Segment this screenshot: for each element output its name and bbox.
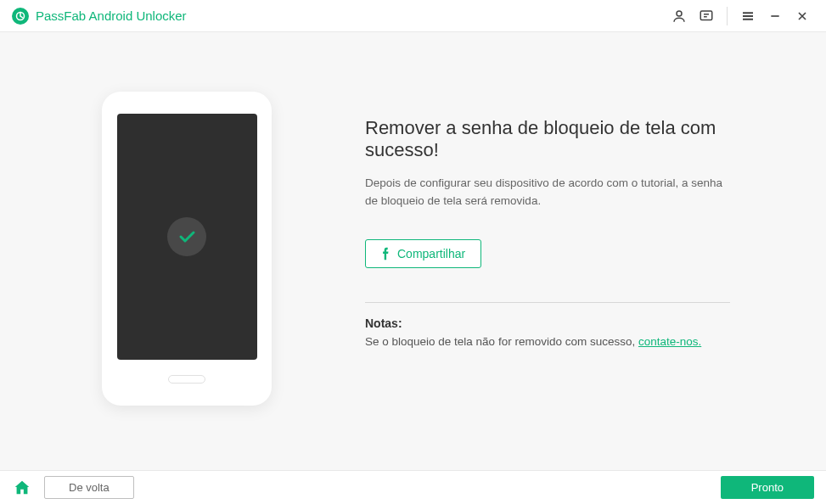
footer: De volta Pronto [0,470,826,504]
svg-rect-2 [700,11,712,20]
phone-home-button [168,375,205,384]
facebook-icon [381,247,389,260]
titlebar: PassFab Android Unlocker [0,0,826,32]
phone-illustration [102,92,272,406]
brand: PassFab Android Unlocker [12,8,187,25]
page-title: Remover a senha de bloqueio de tela com … [365,117,730,161]
notes-label: Notas: [365,316,730,330]
menu-icon[interactable] [736,4,760,28]
feedback-icon[interactable] [694,4,718,28]
contact-link[interactable]: contate-nos. [638,335,701,348]
home-icon[interactable] [12,478,32,498]
phone-screen [117,114,257,360]
notes-text: Se o bloqueio de tela não for removido c… [365,335,730,348]
separator [727,7,728,25]
close-icon[interactable] [790,4,814,28]
main-content: Remover a senha de bloqueio de tela com … [0,32,826,470]
done-button[interactable]: Pronto [721,476,814,499]
brand-logo-icon [12,8,29,25]
description-text: Depois de configurar seu dispositivo de … [365,175,730,210]
titlebar-controls [667,4,814,28]
notes-body: Se o bloqueio de tela não for removido c… [365,335,638,348]
minimize-icon[interactable] [763,4,787,28]
svg-point-1 [677,11,682,16]
divider [365,302,730,303]
info-panel: Remover a senha de bloqueio de tela com … [272,92,730,348]
success-check-icon [167,217,206,256]
share-button-label: Compartilhar [397,247,465,260]
share-button[interactable]: Compartilhar [365,239,481,268]
account-icon[interactable] [667,4,691,28]
brand-text: PassFab Android Unlocker [36,8,187,23]
back-button[interactable]: De volta [44,476,134,499]
